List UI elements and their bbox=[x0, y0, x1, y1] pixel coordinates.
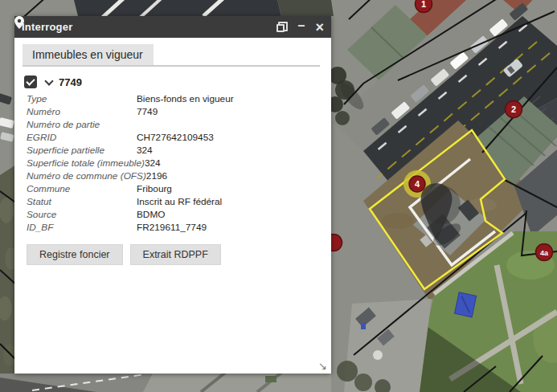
attribute-label: Superficie partielle bbox=[27, 144, 137, 157]
resize-handle-icon[interactable]: ↘ bbox=[318, 360, 327, 372]
attribute-value: CH727642109453 bbox=[137, 131, 214, 144]
map-marker-1[interactable]: 1 bbox=[416, 0, 432, 13]
registre-foncier-button[interactable]: Registre foncier bbox=[27, 244, 123, 265]
attribute-value: 324 bbox=[145, 157, 161, 169]
dialog-titlebar[interactable]: Interroger – × bbox=[14, 16, 331, 38]
rooftop bbox=[277, 0, 334, 16]
attribute-row: Superficie partielle 324 bbox=[27, 144, 323, 157]
attribute-label: Source bbox=[27, 208, 137, 221]
attribute-row: EGRID CH727642109453 bbox=[27, 131, 323, 144]
tab-immeubles-en-vigueur[interactable]: Immeubles en vigueur bbox=[23, 44, 154, 65]
attribute-value: 324 bbox=[137, 144, 153, 157]
attribute-value: Inscrit au RF fédéral bbox=[137, 195, 222, 208]
attribute-row: Type Biens-fonds en vigueur bbox=[27, 92, 323, 105]
attribute-label: Superficie totale (immeuble) bbox=[27, 157, 145, 169]
minimize-icon[interactable]: – bbox=[298, 19, 305, 32]
attribute-value: 2196 bbox=[146, 169, 167, 182]
attribute-label: Numéro de commune (OFS) bbox=[27, 169, 146, 182]
action-buttons: Registre foncier Extrait RDPPF bbox=[27, 244, 331, 265]
attribute-label: Type bbox=[27, 92, 137, 105]
attribute-table: Type Biens-fonds en vigueur Numéro 7749 … bbox=[27, 92, 323, 234]
attribute-label: Commune bbox=[27, 182, 137, 195]
dialog-title: Interroger bbox=[22, 21, 276, 33]
attribute-value: BDMO bbox=[137, 208, 165, 221]
attribute-label: Numéro de partie bbox=[27, 118, 137, 131]
attribute-row: Numéro de partie bbox=[27, 118, 323, 131]
attribute-row: Commune Fribourg bbox=[27, 182, 323, 195]
attribute-row: Numéro de commune (OFS) 2196 bbox=[27, 169, 323, 182]
building-roof bbox=[143, 374, 331, 392]
attribute-row: Statut Inscrit au RF fédéral bbox=[27, 195, 323, 208]
map-marker-4a[interactable]: 4a bbox=[536, 244, 553, 261]
detach-window-icon[interactable] bbox=[276, 22, 288, 32]
attribute-row: Numéro 7749 bbox=[27, 105, 323, 118]
svg-text:4: 4 bbox=[415, 179, 420, 189]
attribute-row: Source BDMO bbox=[27, 208, 323, 221]
map-marker-4[interactable]: 4 bbox=[409, 176, 425, 192]
attribute-label: EGRID bbox=[27, 131, 137, 144]
feature-id: 7749 bbox=[59, 76, 82, 88]
interroger-dialog: Interroger – × Immeubles en vigueur 7749… bbox=[14, 16, 331, 374]
attribute-value: FR219611_7749 bbox=[137, 221, 207, 234]
attribute-row: ID_BF FR219611_7749 bbox=[27, 221, 323, 234]
extrait-rdppf-button[interactable]: Extrait RDPPF bbox=[130, 244, 221, 265]
tab-underline bbox=[23, 65, 320, 67]
app-window: 1 2 4 4a Interroger bbox=[0, 0, 557, 392]
attribute-value: Biens-fonds en vigueur bbox=[137, 92, 234, 105]
close-icon[interactable]: × bbox=[315, 20, 324, 35]
attribute-label: Statut bbox=[27, 195, 137, 208]
location-pin-icon bbox=[14, 16, 24, 29]
chevron-down-icon[interactable] bbox=[44, 76, 53, 85]
attribute-label: ID_BF bbox=[27, 221, 137, 234]
svg-text:4a: 4a bbox=[540, 249, 549, 257]
attribute-value: 7749 bbox=[137, 105, 158, 118]
map-marker-2[interactable]: 2 bbox=[506, 101, 522, 118]
feature-checkbox[interactable] bbox=[24, 76, 37, 88]
attribute-label: Numéro bbox=[27, 105, 137, 118]
svg-text:2: 2 bbox=[511, 104, 516, 114]
svg-text:1: 1 bbox=[421, 0, 426, 9]
attribute-row: Superficie totale (immeuble) 324 bbox=[27, 157, 323, 169]
attribute-value: Fribourg bbox=[137, 182, 172, 195]
